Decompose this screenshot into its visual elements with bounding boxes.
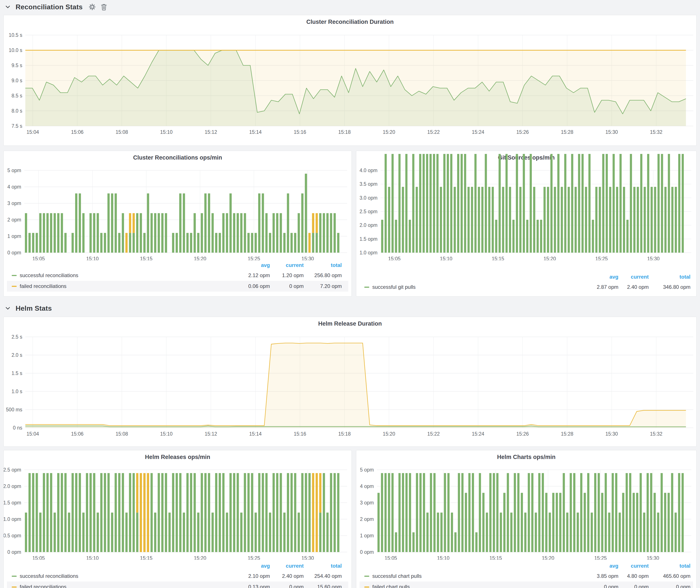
bar [454, 187, 456, 253]
bar [512, 220, 515, 253]
legend-cluster-reconciliations: avg current total successful reconciliat… [7, 260, 348, 292]
legend-row: successful git pulls 2.87 opm 2.40 opm 3… [360, 282, 693, 292]
bar [247, 233, 250, 253]
bar [89, 473, 92, 552]
x-axis-tick-label: 15:22 [427, 129, 440, 135]
bar [554, 187, 556, 253]
panel-helm-charts-ops: Helm Charts ops/min 5 opm4 opm3 opm2 opm… [356, 450, 697, 588]
bar [440, 513, 443, 552]
legend-sort-avg[interactable]: avg [610, 563, 618, 569]
series-label[interactable]: failed reconciliations [20, 283, 66, 289]
bar [563, 473, 565, 552]
bar [443, 154, 445, 253]
legend-sort-avg[interactable]: avg [610, 274, 618, 280]
series-label[interactable]: failed reconciliations [20, 584, 66, 588]
section-title[interactable]: Helm Stats [16, 304, 52, 312]
bar [573, 473, 575, 552]
git-sources-ops-chart[interactable]: 4.0 opm3.5 opm3.0 opm2.5 opm2.0 opm1.5 o… [356, 151, 696, 260]
bar [623, 187, 625, 253]
bar [158, 473, 160, 552]
legend-sort-total[interactable]: total [331, 563, 342, 569]
bar [179, 193, 181, 253]
bar [594, 473, 596, 552]
x-axis-tick-label: 15:25 [595, 256, 608, 260]
bar [334, 213, 336, 253]
bar [179, 473, 181, 552]
legend-sort-current[interactable]: current [286, 563, 304, 569]
bar [402, 473, 404, 552]
bar [514, 473, 516, 552]
bar [237, 213, 239, 253]
legend-row: failed chart pulls 0 opm 0 opm 0 opm [360, 582, 693, 588]
bar [201, 473, 203, 552]
bar [186, 473, 189, 552]
x-axis-tick-label: 15:05 [32, 256, 45, 260]
section-title[interactable]: Reconciliation Stats [16, 3, 83, 11]
bar [626, 473, 628, 552]
legend-sort-current[interactable]: current [631, 563, 649, 569]
bar [658, 154, 660, 253]
series-label[interactable]: failed chart pulls [372, 584, 410, 588]
x-axis-tick-label: 15:20 [194, 256, 206, 260]
bar [675, 187, 677, 253]
y-axis-tick-label: 9.0 s [11, 78, 22, 83]
bar [197, 513, 199, 552]
cluster-reconciliation-duration-chart[interactable]: 10.5 s10.0 s9.5 s9.0 s8.5 s8.0 s7.5 s15:… [4, 15, 696, 145]
legend-sort-current[interactable]: current [631, 274, 649, 280]
y-axis-tick-label: 4 opm [360, 483, 374, 489]
bar [451, 513, 453, 552]
bar [636, 493, 638, 552]
bar [540, 220, 542, 253]
bar [405, 154, 408, 253]
x-axis-tick-label: 15:12 [205, 129, 217, 135]
y-axis-tick-label: 0 opm [360, 549, 374, 555]
section-header-reconciliation-stats[interactable]: Reconciliation Stats [4, 1, 108, 13]
series-label[interactable]: successful chart pulls [372, 573, 422, 579]
bar [530, 154, 532, 253]
bar [398, 154, 401, 253]
gear-icon[interactable] [88, 3, 96, 11]
legend-sort-total[interactable]: total [679, 563, 690, 569]
bar [575, 187, 577, 253]
bar [570, 473, 572, 552]
bar [100, 473, 102, 552]
bar [502, 187, 504, 253]
section-header-helm-stats[interactable]: Helm Stats [4, 303, 52, 314]
legend-sort-current[interactable]: current [286, 262, 304, 268]
legend-current-value: 0 opm [289, 283, 304, 289]
bar [258, 193, 260, 253]
bar [457, 154, 459, 253]
bar [215, 233, 217, 253]
bar [461, 473, 463, 552]
series-label[interactable]: successful reconciliations [20, 573, 78, 579]
legend-sort-total[interactable]: total [331, 262, 342, 268]
x-axis-tick-label: 15:30 [605, 129, 618, 135]
trash-icon[interactable] [100, 3, 108, 11]
bar [312, 233, 314, 253]
y-axis-tick-label: 5 opm [7, 168, 21, 173]
bar [330, 473, 332, 552]
x-axis-tick-label: 15:16 [294, 431, 306, 437]
cluster-reconciliations-ops-chart[interactable]: 5 opm4 opm3 opm2 opm1 opm0 opm15:0515:10… [4, 151, 352, 260]
legend-avg-value: 2.87 opm [597, 284, 618, 290]
bar [294, 473, 296, 552]
bar [468, 187, 470, 253]
series-label[interactable]: successful git pulls [372, 284, 416, 290]
bar [605, 473, 607, 552]
legend-sort-total[interactable]: total [679, 274, 690, 280]
legend-sort-avg[interactable]: avg [261, 262, 270, 268]
x-axis-tick-label: 15:15 [489, 555, 502, 560]
bar [461, 154, 463, 253]
y-axis-tick-label: 1.5 s [11, 370, 22, 376]
bar [416, 187, 418, 253]
legend-sort-avg[interactable]: avg [261, 563, 270, 569]
bar [500, 513, 502, 552]
series-label[interactable]: successful reconciliations [20, 272, 78, 278]
helm-release-duration-chart[interactable]: 2.5 s2.0 s1.5 s1.0 s500 ms0 ns15:0415:06… [4, 317, 696, 446]
bar [630, 154, 632, 253]
bar [208, 193, 210, 253]
helm-releases-ops-chart[interactable]: 2.5 opm2.0 opm1.5 opm1.0 opm0.5 opm0 opm… [4, 450, 352, 560]
bar [75, 473, 77, 552]
helm-charts-ops-chart[interactable]: 5 opm4 opm3 opm2 opm1 opm0 opm15:0515:10… [356, 450, 696, 560]
y-axis-tick-label: 2.5 opm [360, 209, 377, 214]
